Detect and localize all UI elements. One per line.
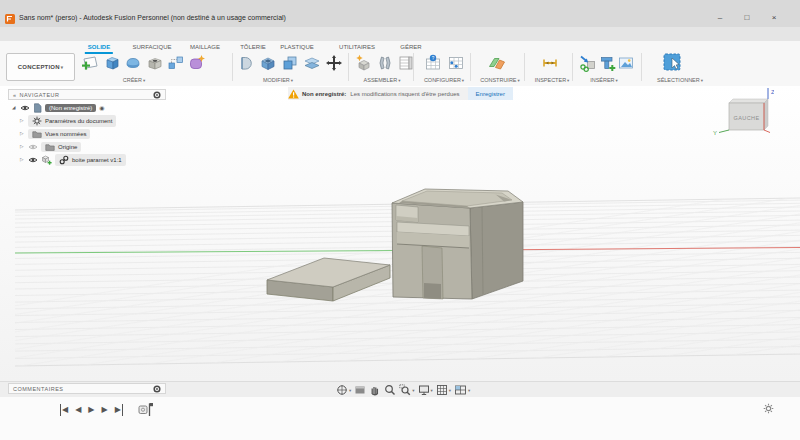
configure-features-button[interactable] [447,54,465,72]
tree-row-named-views[interactable]: ▷ Vues nommées [20,128,90,139]
view-cube-side-face[interactable] [764,99,768,130]
joint-button[interactable] [376,54,394,72]
tree-row-component[interactable]: ▷ boite paramet v1:1 [20,154,126,165]
tree-collapsed-icon[interactable]: ▷ [20,118,25,123]
configuration-table-button[interactable]: ? [424,54,442,72]
new-component-button[interactable] [355,54,373,72]
caret-down-icon: ▾ [518,78,520,83]
extrude-button[interactable] [103,54,121,72]
root-item-label[interactable]: (Non enregistré) [45,104,96,112]
timeline-settings-gear-icon[interactable] [763,403,774,414]
y-axis-label: Y [713,130,717,136]
timeline-marker-icon[interactable] [138,402,154,417]
ribbon-separator [470,53,471,81]
move-copy-button[interactable] [325,54,343,72]
display-settings-button[interactable]: ▾ [418,384,433,396]
create-sketch-button[interactable] [81,54,99,72]
revolve-button[interactable] [124,54,142,72]
navigator-panel-header[interactable]: « NAVIGATEUR [8,89,166,100]
offset-face-button[interactable] [303,54,321,72]
view-cube[interactable]: GAUCHE Z Y [712,86,774,138]
ribbon-separator [232,53,233,81]
measure-button[interactable] [541,54,559,72]
magnifier-icon [384,384,396,396]
group-selectionner[interactable]: SÉLECTIONNER [657,77,700,83]
hole-button[interactable] [146,54,164,72]
insert-canvas-button[interactable] [617,54,635,72]
save-link[interactable]: Enregistrer [468,87,513,100]
group-inserer[interactable]: INSÉRER [590,77,614,83]
tab-tolerie[interactable]: TÔLERIE [237,43,269,52]
model-box[interactable] [392,189,523,299]
visibility-eye-icon[interactable] [28,156,38,164]
visibility-eye-icon[interactable] [20,104,30,112]
maximize-button[interactable]: □ [739,12,755,24]
tree-row-origin[interactable]: ▷ Origine [20,141,81,152]
group-creer[interactable]: CRÉER [123,77,142,83]
caret-down-icon: ▾ [143,78,145,83]
press-pull-button[interactable] [237,54,255,72]
view-cube-top-face[interactable] [729,99,768,103]
workspace-selector[interactable]: CONCEPTION ▾ [6,53,75,81]
minimize-button[interactable]: – [712,12,728,24]
tree-collapsed-icon[interactable]: ▷ [20,144,25,149]
tab-gerer[interactable]: GÉRER [397,43,424,52]
tree-collapsed-icon[interactable]: ▷ [20,131,25,136]
group-assembler[interactable]: ASSEMBLER [364,77,398,83]
zoom-button[interactable] [384,384,396,396]
navigation-toolbar: ▾ ▾ [336,384,470,396]
pan-button[interactable] [369,384,381,396]
tab-utilitaires[interactable]: UTILITAIRES [336,43,378,52]
caret-down-icon: ▾ [349,388,351,393]
step-forward-button[interactable]: ▶ [101,404,107,416]
capture-position-icon[interactable]: ◉ [99,104,104,111]
hand-icon [369,384,381,396]
group-inspecter[interactable]: INSPECTER [535,77,566,83]
comments-panel-header[interactable]: COMMENTAIRES [8,383,166,394]
look-at-button[interactable] [354,384,366,396]
fusion-window: Sans nom* (perso) - Autodesk Fusion Pers… [0,0,800,440]
panel-menu-icon[interactable] [153,385,161,393]
panel-menu-icon[interactable] [153,91,161,99]
tab-surfacique[interactable]: SURFACIQUE [129,43,174,52]
tree-row-root[interactable]: ◢ (Non enregistré) ◉ [12,102,105,113]
warning-title: Non enregistré: [302,91,346,97]
tab-maillage[interactable]: MAILLAGE [187,43,223,52]
grid-layout-button[interactable]: ▾ [436,384,451,396]
tree-collapsed-icon[interactable]: ▷ [20,157,25,162]
viewports-button[interactable]: ▾ [454,384,470,396]
model-plate[interactable] [267,258,390,301]
view-cube-face-label: GAUCHE [734,115,760,121]
shell-button[interactable] [259,54,277,72]
play-button[interactable]: ▶ [88,404,94,416]
go-to-end-button[interactable]: ▶ [115,404,123,416]
navigator-title: NAVIGATEUR [20,92,153,98]
group-modifier[interactable]: MODIFIER [263,77,290,83]
insert-derive-button[interactable] [579,54,597,72]
tab-solide[interactable]: SOLIDE [85,43,113,54]
insert-fastener-button[interactable] [598,54,616,72]
combine-button[interactable] [281,54,299,72]
group-construire[interactable]: CONSTRUIRE [480,77,516,83]
warning-message: Les modifications risquent d'être perdue… [350,91,459,97]
construction-plane-button[interactable] [488,54,506,72]
select-button[interactable] [662,52,684,74]
tree-expanded-icon[interactable]: ◢ [12,105,17,110]
look-at-icon [354,384,366,396]
pattern-button[interactable] [167,54,185,72]
tree-row-document-settings[interactable]: ▷ Paramètres du document [20,115,116,126]
visibility-eye-off-icon[interactable] [28,143,38,151]
viewport-canvas [0,86,800,381]
zoom-window-button[interactable]: ▾ [399,384,414,396]
go-to-start-button[interactable]: ◀ [60,404,68,416]
modeling-viewport[interactable]: « NAVIGATEUR ◢ (Non enregistré) ◉ ▷ [0,86,800,381]
step-back-button[interactable]: ◀ [75,404,81,416]
warning-icon [288,89,299,99]
group-configurer[interactable]: CONFIGURER [424,77,461,83]
collapse-panel-icon[interactable]: « [13,92,17,98]
close-button[interactable]: × [766,12,782,24]
create-form-button[interactable] [188,54,206,72]
orbit-button[interactable]: ▾ [336,384,351,396]
tab-plastique[interactable]: PLASTIQUE [277,43,317,52]
link-icon [59,155,69,165]
